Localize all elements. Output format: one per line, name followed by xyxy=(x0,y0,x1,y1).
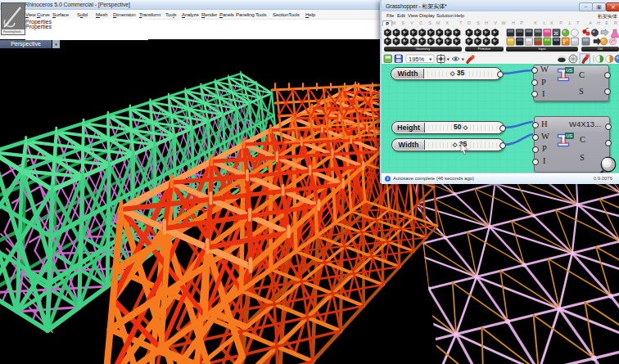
svg-text:US: US xyxy=(567,68,573,73)
svg-text:T: T xyxy=(563,40,566,45)
svg-text:195%: 195% xyxy=(409,56,425,63)
svg-text:20: 20 xyxy=(553,31,558,36)
svg-text:PanelingTools: PanelingTools xyxy=(3,30,21,34)
svg-text:US: US xyxy=(567,133,573,138)
